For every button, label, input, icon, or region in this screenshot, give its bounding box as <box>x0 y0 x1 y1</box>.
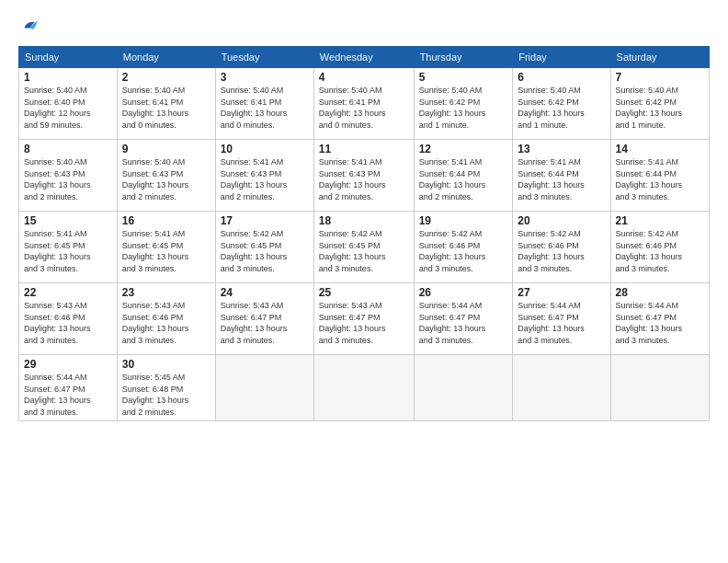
calendar-cell: 13Sunrise: 5:41 AMSunset: 6:44 PMDayligh… <box>513 140 610 212</box>
day-number: 15 <box>24 214 112 227</box>
calendar-cell: 19Sunrise: 5:42 AMSunset: 6:46 PMDayligh… <box>414 212 513 283</box>
calendar-week-row: 1Sunrise: 5:40 AMSunset: 6:40 PMDaylight… <box>19 68 710 140</box>
calendar-cell: 25Sunrise: 5:43 AMSunset: 6:47 PMDayligh… <box>313 283 414 355</box>
day-number: 28 <box>616 286 704 299</box>
calendar-cell: 22Sunrise: 5:43 AMSunset: 6:46 PMDayligh… <box>19 283 118 355</box>
calendar-cell: 8Sunrise: 5:40 AMSunset: 6:43 PMDaylight… <box>19 140 118 212</box>
day-number: 12 <box>419 143 508 155</box>
calendar-header-monday: Monday <box>117 47 215 68</box>
calendar-header-row: SundayMondayTuesdayWednesdayThursdayFrid… <box>19 47 710 68</box>
calendar-cell <box>215 355 313 421</box>
day-number: 14 <box>616 143 704 155</box>
cell-info: Sunrise: 5:40 AMSunset: 6:42 PMDaylight:… <box>518 85 605 131</box>
cell-info: Sunrise: 5:41 AMSunset: 6:44 PMDaylight:… <box>518 156 605 202</box>
cell-info: Sunrise: 5:42 AMSunset: 6:46 PMDaylight:… <box>616 228 704 274</box>
calendar-cell: 18Sunrise: 5:42 AMSunset: 6:45 PMDayligh… <box>313 212 414 283</box>
calendar-table: SundayMondayTuesdayWednesdayThursdayFrid… <box>18 46 710 421</box>
calendar-cell: 29Sunrise: 5:44 AMSunset: 6:47 PMDayligh… <box>19 355 118 421</box>
calendar-header-thursday: Thursday <box>414 47 513 68</box>
calendar-cell: 16Sunrise: 5:41 AMSunset: 6:45 PMDayligh… <box>117 212 215 283</box>
calendar-header-saturday: Saturday <box>610 47 709 68</box>
day-number: 23 <box>122 286 210 299</box>
calendar-cell: 2Sunrise: 5:40 AMSunset: 6:41 PMDaylight… <box>117 68 215 140</box>
day-number: 7 <box>616 71 704 84</box>
cell-info: Sunrise: 5:41 AMSunset: 6:45 PMDaylight:… <box>24 228 112 274</box>
day-number: 18 <box>319 214 409 227</box>
cell-info: Sunrise: 5:40 AMSunset: 6:41 PMDaylight:… <box>221 85 309 131</box>
calendar-cell: 15Sunrise: 5:41 AMSunset: 6:45 PMDayligh… <box>19 212 118 283</box>
cell-info: Sunrise: 5:40 AMSunset: 6:43 PMDaylight:… <box>122 156 210 202</box>
day-number: 2 <box>122 71 210 84</box>
day-number: 5 <box>419 71 508 84</box>
day-number: 4 <box>319 71 409 84</box>
day-number: 11 <box>319 143 409 155</box>
day-number: 6 <box>518 71 605 84</box>
day-number: 25 <box>319 286 409 299</box>
day-number: 27 <box>518 286 605 299</box>
cell-info: Sunrise: 5:44 AMSunset: 6:47 PMDaylight:… <box>616 300 704 346</box>
cell-info: Sunrise: 5:43 AMSunset: 6:47 PMDaylight:… <box>319 300 409 346</box>
day-number: 30 <box>122 358 210 371</box>
cell-info: Sunrise: 5:41 AMSunset: 6:45 PMDaylight:… <box>122 228 210 274</box>
day-number: 29 <box>24 358 112 371</box>
day-number: 9 <box>122 143 210 155</box>
calendar-cell: 7Sunrise: 5:40 AMSunset: 6:42 PMDaylight… <box>610 68 709 140</box>
cell-info: Sunrise: 5:42 AMSunset: 6:46 PMDaylight:… <box>419 228 508 274</box>
cell-info: Sunrise: 5:40 AMSunset: 6:41 PMDaylight:… <box>319 85 409 131</box>
calendar-week-row: 8Sunrise: 5:40 AMSunset: 6:43 PMDaylight… <box>19 140 710 212</box>
calendar-cell: 5Sunrise: 5:40 AMSunset: 6:42 PMDaylight… <box>414 68 513 140</box>
calendar-cell: 3Sunrise: 5:40 AMSunset: 6:41 PMDaylight… <box>215 68 313 140</box>
calendar-cell: 1Sunrise: 5:40 AMSunset: 6:40 PMDaylight… <box>19 68 118 140</box>
day-number: 20 <box>518 214 605 227</box>
day-number: 1 <box>24 71 112 84</box>
calendar-header-tuesday: Tuesday <box>215 47 313 68</box>
cell-info: Sunrise: 5:40 AMSunset: 6:40 PMDaylight:… <box>24 85 112 131</box>
calendar-cell: 23Sunrise: 5:43 AMSunset: 6:46 PMDayligh… <box>117 283 215 355</box>
day-number: 13 <box>518 143 605 155</box>
day-number: 17 <box>221 214 309 227</box>
day-number: 26 <box>419 286 508 299</box>
calendar-cell: 24Sunrise: 5:43 AMSunset: 6:47 PMDayligh… <box>215 283 313 355</box>
day-number: 22 <box>24 286 112 299</box>
calendar-cell: 20Sunrise: 5:42 AMSunset: 6:46 PMDayligh… <box>513 212 610 283</box>
calendar-cell: 12Sunrise: 5:41 AMSunset: 6:44 PMDayligh… <box>414 140 513 212</box>
cell-info: Sunrise: 5:45 AMSunset: 6:48 PMDaylight:… <box>122 372 210 418</box>
day-number: 24 <box>221 286 309 299</box>
calendar-cell <box>513 355 610 421</box>
cell-info: Sunrise: 5:44 AMSunset: 6:47 PMDaylight:… <box>419 300 508 346</box>
cell-info: Sunrise: 5:43 AMSunset: 6:46 PMDaylight:… <box>24 300 112 346</box>
calendar-cell: 30Sunrise: 5:45 AMSunset: 6:48 PMDayligh… <box>117 355 215 421</box>
calendar-cell: 17Sunrise: 5:42 AMSunset: 6:45 PMDayligh… <box>215 212 313 283</box>
calendar-cell: 6Sunrise: 5:40 AMSunset: 6:42 PMDaylight… <box>513 68 610 140</box>
calendar-cell: 11Sunrise: 5:41 AMSunset: 6:43 PMDayligh… <box>313 140 414 212</box>
cell-info: Sunrise: 5:42 AMSunset: 6:45 PMDaylight:… <box>221 228 309 274</box>
calendar-cell <box>414 355 513 421</box>
calendar-cell: 10Sunrise: 5:41 AMSunset: 6:43 PMDayligh… <box>215 140 313 212</box>
cell-info: Sunrise: 5:42 AMSunset: 6:46 PMDaylight:… <box>518 228 605 274</box>
calendar-cell <box>610 355 709 421</box>
cell-info: Sunrise: 5:41 AMSunset: 6:44 PMDaylight:… <box>616 156 704 202</box>
calendar-cell: 14Sunrise: 5:41 AMSunset: 6:44 PMDayligh… <box>610 140 709 212</box>
calendar-cell: 27Sunrise: 5:44 AMSunset: 6:47 PMDayligh… <box>513 283 610 355</box>
cell-info: Sunrise: 5:41 AMSunset: 6:44 PMDaylight:… <box>419 156 508 202</box>
calendar-cell <box>313 355 414 421</box>
calendar-header-wednesday: Wednesday <box>313 47 414 68</box>
calendar-body: 1Sunrise: 5:40 AMSunset: 6:40 PMDaylight… <box>19 68 710 421</box>
calendar-header-sunday: Sunday <box>19 47 118 68</box>
cell-info: Sunrise: 5:44 AMSunset: 6:47 PMDaylight:… <box>518 300 605 346</box>
calendar-week-row: 22Sunrise: 5:43 AMSunset: 6:46 PMDayligh… <box>19 283 710 355</box>
cell-info: Sunrise: 5:43 AMSunset: 6:46 PMDaylight:… <box>122 300 210 346</box>
cell-info: Sunrise: 5:40 AMSunset: 6:41 PMDaylight:… <box>122 85 210 131</box>
header <box>18 15 710 37</box>
cell-info: Sunrise: 5:41 AMSunset: 6:43 PMDaylight:… <box>221 156 309 202</box>
cell-info: Sunrise: 5:42 AMSunset: 6:45 PMDaylight:… <box>319 228 409 274</box>
day-number: 16 <box>122 214 210 227</box>
day-number: 3 <box>221 71 309 84</box>
page: SundayMondayTuesdayWednesdayThursdayFrid… <box>0 0 728 563</box>
calendar-week-row: 29Sunrise: 5:44 AMSunset: 6:47 PMDayligh… <box>19 355 710 421</box>
calendar-header-friday: Friday <box>513 47 610 68</box>
day-number: 19 <box>419 214 508 227</box>
cell-info: Sunrise: 5:43 AMSunset: 6:47 PMDaylight:… <box>221 300 309 346</box>
day-number: 21 <box>616 214 704 227</box>
calendar-cell: 4Sunrise: 5:40 AMSunset: 6:41 PMDaylight… <box>313 68 414 140</box>
